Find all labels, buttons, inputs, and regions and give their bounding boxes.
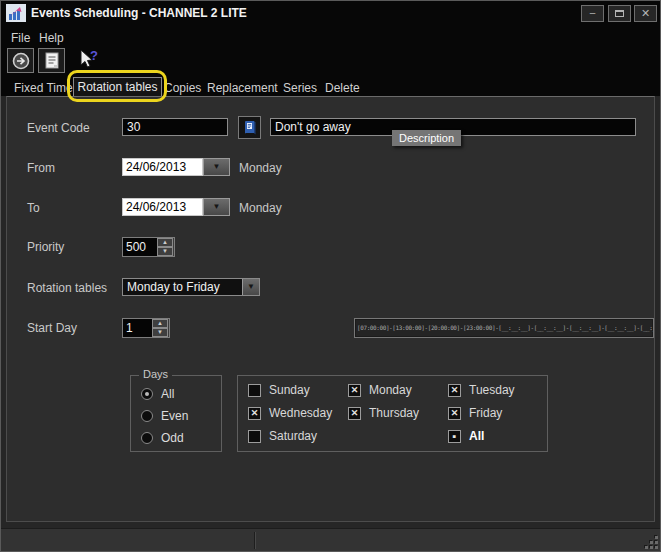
status-bar [1,528,660,552]
priority-up-button[interactable]: ▲ [157,238,173,247]
priority-down-button[interactable]: ▼ [157,247,173,256]
document-icon [44,52,60,70]
tab-fixed-times[interactable]: Fixed Times [14,81,79,95]
checkbox-thursday[interactable]: ✕ Thursday [348,406,419,420]
priority-input[interactable]: 500 [123,238,157,256]
to-date-input[interactable]: 24/06/2013 [122,198,203,216]
radio-icon[interactable] [141,432,153,444]
start-day-input[interactable]: 1 [123,319,152,337]
checkbox-icon[interactable] [248,384,261,397]
app-logo-icon [6,4,26,22]
event-lookup-button[interactable] [238,116,261,139]
go-arrow-icon [12,52,30,70]
radio-option-odd[interactable]: Odd [141,431,184,445]
tab-rotation-tables[interactable]: Rotation tables [73,77,162,97]
new-document-button[interactable] [38,48,65,73]
radio-icon[interactable] [141,388,153,400]
chevron-down-icon: ▼ [213,162,221,171]
to-date-dropdown-button[interactable]: ▼ [203,198,230,216]
priority-spinner: 500 ▲ ▼ [122,237,175,257]
tab-series[interactable]: Series [283,81,317,95]
close-button[interactable]: ✕ [634,5,657,22]
priority-label: Priority [27,240,64,254]
context-help-button[interactable]: ? [77,48,101,72]
checkbox-tuesday[interactable]: ✕ Tuesday [448,383,515,397]
radio-option-all[interactable]: All [141,387,174,401]
weekdays-groupbox: Sunday ✕ Monday ✕ Tuesday ✕ Wednesday ✕ … [237,375,548,452]
to-weekday-label: Monday [239,201,282,215]
start-day-label: Start Day [27,321,77,335]
checkbox-friday[interactable]: ✕ Friday [448,406,502,420]
checkbox-sunday[interactable]: Sunday [248,383,310,397]
chevron-down-icon: ▼ [213,202,221,211]
checkbox-monday[interactable]: ✕ Monday [348,383,412,397]
resize-grip[interactable] [644,535,658,549]
tab-replacement[interactable]: Replacement [207,81,278,95]
menu-help[interactable]: Help [39,31,64,45]
from-label: From [27,161,55,175]
checkbox-icon[interactable]: ✕ [348,407,361,420]
checkbox-icon[interactable]: ✕ [448,407,461,420]
go-button[interactable] [7,48,34,73]
svg-text:?: ? [90,48,98,63]
rotation-tables-panel: Event Code 30 Don't go away Description … [6,96,655,522]
status-bar-divider [254,532,255,549]
checkbox-icon[interactable] [248,430,261,443]
help-pointer-icon: ? [77,48,101,72]
start-day-spinner: 1 ▲ ▼ [122,318,170,338]
start-day-up-button[interactable]: ▲ [152,319,168,328]
radio-icon[interactable] [141,410,153,422]
checkbox-icon[interactable]: ✕ [448,384,461,397]
checkbox-icon[interactable]: ✕ [348,384,361,397]
rotation-tables-select[interactable]: Monday to Friday ▼ [122,278,260,296]
from-weekday-label: Monday [239,161,282,175]
radio-option-even[interactable]: Even [141,409,188,423]
checkbox-saturday[interactable]: Saturday [248,429,317,443]
maximize-button[interactable] [608,5,631,22]
title-bar[interactable]: Events Scheduling - CHANNEL 2 LITE – ✕ [1,1,660,25]
tab-copies[interactable]: Copies [164,81,201,95]
to-label: To [27,201,40,215]
minimize-button[interactable]: – [581,5,604,22]
tab-delete[interactable]: Delete [325,81,360,95]
checkbox-all[interactable]: ▪ All [448,429,484,443]
days-groupbox-legend: Days [139,368,172,380]
checkbox-wednesday[interactable]: ✕ Wednesday [248,406,332,420]
app-window: Events Scheduling - CHANNEL 2 LITE – ✕ F… [0,0,661,552]
window-title: Events Scheduling - CHANNEL 2 LITE [31,6,247,20]
from-date-input[interactable]: 24/06/2013 [122,158,203,176]
description-tooltip: Description [392,130,461,146]
event-code-input[interactable]: 30 [122,118,228,136]
event-code-label: Event Code [27,121,90,135]
time-slots-field[interactable]: [07:00:00]-[13:00:00]-[20:00:00]-[23:00:… [354,318,654,338]
days-groupbox: Days All Even Odd [130,375,222,452]
lookup-book-icon [243,120,257,136]
rotation-tables-label: Rotation tables [27,281,107,295]
checkbox-icon[interactable]: ▪ [448,430,461,443]
chevron-down-icon[interactable]: ▼ [242,279,259,295]
from-date-dropdown-button[interactable]: ▼ [203,158,230,176]
menu-file[interactable]: File [11,31,30,45]
start-day-down-button[interactable]: ▼ [152,328,168,337]
checkbox-icon[interactable]: ✕ [248,407,261,420]
rotation-tables-value: Monday to Friday [127,279,220,295]
maximize-icon [615,10,624,17]
